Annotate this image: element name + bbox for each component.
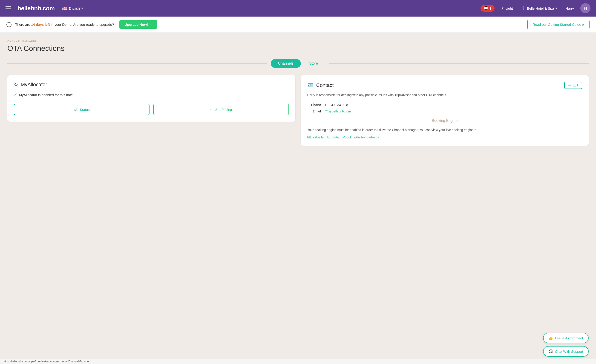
notifications-button[interactable]: 💬 1 bbox=[481, 5, 495, 12]
status-url: https://bellebnb.com/apps/frontdesk/mana… bbox=[3, 360, 91, 363]
contact-fields: Phone +02 393 34 03 8 Email ***@bellebnb… bbox=[307, 103, 582, 113]
notifications-count: 1 bbox=[490, 7, 491, 10]
divider-line-left bbox=[307, 121, 428, 121]
contact-card: 🪪 Contact ✏ Edit Harry is responsible fo… bbox=[301, 75, 589, 146]
enabled-text: MyAllocator is enabled for this hotel. bbox=[19, 93, 74, 97]
menu-icon[interactable] bbox=[6, 7, 11, 10]
tab-line-right bbox=[329, 63, 589, 64]
myallocator-icon: ↻ bbox=[14, 82, 18, 88]
myallocator-title-row: ↻ MyAllocator bbox=[14, 82, 289, 88]
tab-channels[interactable]: Channels bbox=[271, 59, 301, 68]
demo-banner: i There are 14 days left in your Demo. A… bbox=[0, 16, 596, 33]
myallocator-title: MyAllocator bbox=[21, 82, 47, 88]
leave-comment-label: Leave A Comment bbox=[555, 336, 583, 340]
edit-label: Edit bbox=[573, 83, 578, 87]
main-content: Channel Manager OTA Connections Channels… bbox=[0, 33, 596, 155]
contact-description: Harry is responsible for dealing with an… bbox=[307, 93, 582, 97]
chat-icon: 💬 bbox=[484, 6, 488, 10]
tabs-container: Channels Store bbox=[7, 59, 589, 68]
hotel-selector[interactable]: 📍 Belle Hotel & Spa ▾ bbox=[521, 6, 557, 10]
edit-icon: ✏ bbox=[568, 83, 571, 87]
theme-icon: ☀ bbox=[501, 6, 504, 10]
info-icon: i bbox=[7, 22, 12, 27]
check-icon: ✓ bbox=[14, 92, 17, 97]
language-selector[interactable]: 🇺🇸 English ▾ bbox=[62, 6, 83, 11]
getting-started-guide-button[interactable]: Read our Getting Started Guide » bbox=[527, 20, 589, 29]
language-chevron-icon: ▾ bbox=[81, 6, 83, 10]
hotel-name: Belle Hotel & Spa bbox=[527, 7, 554, 10]
set-pricing-button[interactable]: 🏷 Set Pricing bbox=[153, 104, 289, 115]
headset-icon: 🎧 bbox=[549, 349, 553, 353]
phone-value: +02 393 34 03 8 bbox=[325, 103, 348, 107]
phone-label: Phone bbox=[307, 103, 321, 107]
contact-header: 🪪 Contact ✏ Edit bbox=[307, 82, 582, 89]
float-buttons: 👍 Leave A Comment 🎧 Chat With Support bbox=[543, 333, 589, 357]
tab-line-left bbox=[7, 63, 267, 64]
tab-store[interactable]: Store bbox=[302, 59, 325, 68]
chat-support-label: Chat With Support bbox=[555, 349, 583, 353]
email-value: ***@bellebnb.com bbox=[325, 110, 351, 113]
content-grid: ↻ MyAllocator ✓ MyAllocator is enabled f… bbox=[7, 75, 589, 146]
booking-engine-text: Your booking engine must be enabled in o… bbox=[307, 127, 582, 133]
thumb-icon: 👍 bbox=[549, 336, 553, 340]
booking-engine-link[interactable]: https://bellebnb.com/apps/booking/belle-… bbox=[307, 135, 379, 139]
booking-engine-label: Booking Engine bbox=[432, 119, 458, 123]
pricing-icon: 🏷 bbox=[210, 108, 214, 111]
theme-toggle[interactable]: ☀ Light bbox=[501, 6, 513, 10]
page-title: OTA Connections bbox=[7, 44, 589, 53]
divider-line-right bbox=[461, 121, 582, 121]
chat-support-button[interactable]: 🎧 Chat With Support bbox=[543, 346, 589, 357]
flag-icon: 🇺🇸 bbox=[62, 6, 67, 11]
myallocator-card: ↻ MyAllocator ✓ MyAllocator is enabled f… bbox=[7, 75, 295, 122]
banner-post-text: in your Demo. Are you ready to upgrade? bbox=[50, 22, 114, 26]
days-left: 14 days left bbox=[31, 22, 50, 26]
breadcrumb: Channel Manager bbox=[7, 40, 589, 43]
phone-field: Phone +02 393 34 03 8 bbox=[307, 103, 582, 107]
upgrade-button[interactable]: Upgrade Now! → bbox=[119, 20, 157, 29]
email-field: Email ***@bellebnb.com bbox=[307, 110, 582, 113]
location-icon: 📍 bbox=[521, 6, 526, 10]
tabs: Channels Store bbox=[267, 59, 329, 68]
theme-label: Light bbox=[505, 7, 513, 10]
status-icon: 📊 bbox=[74, 107, 78, 111]
status-label: Status bbox=[80, 108, 90, 111]
myallocator-buttons: 📊 Status 🏷 Set Pricing bbox=[14, 104, 289, 115]
banner-pre-text: There are bbox=[15, 22, 31, 26]
banner-text: There are 14 days left in your Demo. Are… bbox=[15, 22, 114, 26]
status-button[interactable]: 📊 Status bbox=[14, 104, 149, 115]
avatar-initial: H bbox=[584, 6, 587, 11]
leave-comment-button[interactable]: 👍 Leave A Comment bbox=[543, 333, 589, 343]
email-label: Email bbox=[307, 110, 321, 113]
pricing-label: Set Pricing bbox=[215, 108, 232, 111]
language-label: English bbox=[68, 7, 80, 10]
enabled-message: ✓ MyAllocator is enabled for this hotel. bbox=[14, 92, 289, 97]
contact-icon: 🪪 bbox=[307, 82, 313, 88]
avatar[interactable]: H bbox=[580, 3, 590, 13]
contact-title-row: 🪪 Contact bbox=[307, 82, 334, 88]
hotel-chevron-icon: ▾ bbox=[555, 6, 557, 10]
status-bar: https://bellebnb.com/apps/frontdesk/mana… bbox=[0, 359, 596, 364]
booking-engine-divider: Booking Engine bbox=[307, 119, 582, 123]
contact-title: Contact bbox=[316, 82, 334, 88]
header: bellebnb.com 🇺🇸 English ▾ 💬 1 ☀ Light 📍 … bbox=[0, 0, 596, 16]
logo: bellebnb.com bbox=[17, 5, 55, 12]
user-name: Harry bbox=[566, 7, 574, 10]
edit-button[interactable]: ✏ Edit bbox=[564, 82, 582, 89]
